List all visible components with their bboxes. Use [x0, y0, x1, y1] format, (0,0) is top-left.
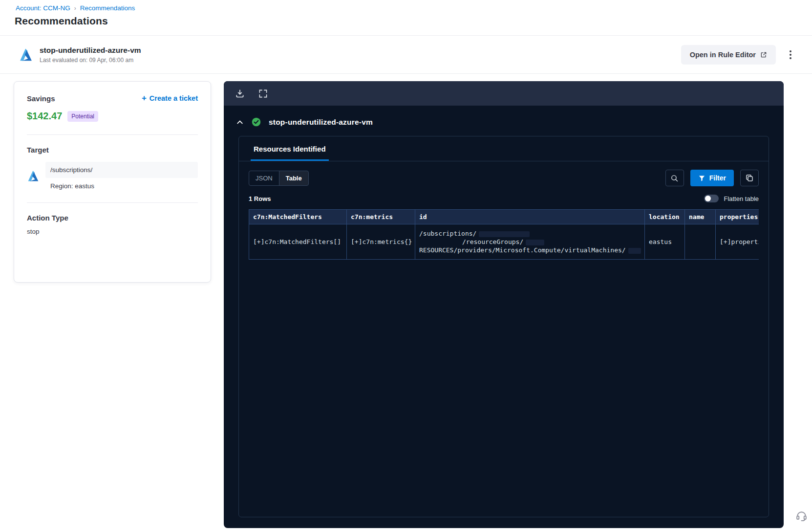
azure-target-icon	[27, 170, 40, 182]
flatten-table-label: Flatten table	[724, 195, 759, 202]
cell-properties-expander[interactable]: [+]properties{}	[716, 224, 759, 260]
resources-table-wrap: c7n:MatchedFilters c7n:metrics id locati…	[249, 209, 759, 260]
breadcrumb: Account: CCM-NG › Recommendations	[16, 4, 135, 12]
download-button[interactable]	[235, 88, 245, 98]
redacted-text	[628, 248, 641, 254]
breadcrumb-separator-icon: ›	[74, 5, 76, 12]
breadcrumb-account-link[interactable]: Account: CCM-NG	[16, 4, 70, 12]
copy-icon	[745, 174, 754, 182]
recommendation-name: stop-underutilized-azure-vm	[40, 46, 141, 55]
more-options-menu[interactable]	[787, 47, 794, 62]
filter-icon	[698, 175, 705, 182]
redacted-text	[479, 231, 530, 237]
action-type-label: Action Type	[27, 214, 198, 222]
redacted-text	[526, 240, 544, 245]
view-json-button[interactable]: JSON	[249, 171, 279, 185]
potential-badge: Potential	[67, 111, 98, 122]
create-ticket-label: Create a ticket	[150, 94, 198, 102]
headset-icon	[795, 509, 808, 522]
view-table-button[interactable]: Table	[279, 171, 308, 185]
filter-button[interactable]: Filter	[690, 170, 734, 186]
savings-label: Savings	[27, 94, 55, 103]
open-in-rule-editor-label: Open in Rule Editor	[690, 51, 756, 59]
target-region: Region: eastus	[45, 178, 198, 190]
recommendation-header: stop-underutilized-azure-vm Last evaluat…	[0, 36, 812, 74]
copy-button[interactable]	[740, 170, 759, 186]
open-in-rule-editor-button[interactable]: Open in Rule Editor	[681, 45, 776, 65]
row-count: 1 Rows	[249, 195, 271, 202]
cell-matched-filters-expander[interactable]: [+]c7n:MatchedFilters[]	[249, 224, 347, 260]
id-line-3: RESOURCES/providers/Microsoft.Compute/vi…	[419, 246, 626, 254]
download-icon	[235, 88, 245, 98]
target-label: Target	[27, 146, 198, 154]
table-header-row: c7n:MatchedFilters c7n:metrics id locati…	[249, 210, 759, 224]
divider	[27, 202, 198, 203]
panel-toolbar	[224, 81, 784, 106]
filter-label: Filter	[709, 174, 726, 182]
column-header-matched-filters: c7n:MatchedFilters	[249, 210, 347, 224]
fullscreen-button[interactable]	[258, 89, 268, 98]
column-header-location: location	[645, 210, 685, 224]
rule-result-title: stop-underutilized-azure-vm	[269, 118, 373, 127]
action-type-value: stop	[27, 228, 198, 235]
target-path: /subscriptions/	[45, 162, 198, 178]
id-line-2: /resourceGroups/	[462, 238, 523, 245]
cell-location: eastus	[645, 224, 685, 260]
table-row: [+]c7n:MatchedFilters[] [+]c7n:metrics{}…	[249, 224, 759, 260]
plus-icon: +	[142, 93, 147, 103]
column-header-metrics: c7n:metrics	[347, 210, 415, 224]
cell-id: /subscriptions/ /resourceGroups/ RESOURC…	[415, 224, 645, 260]
last-evaluated-text: Last evaluated on: 09 Apr, 06:00 am	[40, 57, 141, 64]
divider	[27, 134, 198, 135]
external-link-icon	[760, 51, 767, 58]
create-ticket-button[interactable]: + Create a ticket	[142, 93, 198, 103]
savings-amount: $142.47	[27, 111, 62, 122]
search-icon	[670, 174, 679, 182]
search-button[interactable]	[665, 170, 684, 186]
success-check-icon	[251, 117, 261, 127]
breadcrumb-recommendations-link[interactable]: Recommendations	[80, 4, 135, 12]
cell-metrics-expander[interactable]: [+]c7n:metrics{}	[347, 224, 415, 260]
flatten-table-toggle[interactable]	[704, 195, 719, 202]
cell-name	[685, 224, 716, 260]
resources-card: Resources Identified JSON Table Filter	[238, 136, 769, 517]
column-header-id: id	[415, 210, 645, 224]
column-header-properties: properties	[716, 210, 759, 224]
rule-output-panel: stop-underutilized-azure-vm Resources Id…	[224, 81, 784, 528]
page-title: Recommendations	[15, 15, 108, 27]
collapse-chevron-icon[interactable]	[236, 118, 244, 126]
id-line-1: /subscriptions/	[419, 230, 476, 237]
view-mode-segmented-control: JSON Table	[249, 171, 309, 186]
column-header-name: name	[685, 210, 716, 224]
fullscreen-icon	[258, 89, 268, 98]
tab-resources-identified[interactable]: Resources Identified	[251, 145, 329, 161]
azure-logo-icon	[19, 47, 33, 62]
savings-card: Savings + Create a ticket $142.47 Potent…	[14, 81, 211, 283]
resources-table: c7n:MatchedFilters c7n:metrics id locati…	[249, 209, 759, 260]
support-chat-button[interactable]	[795, 509, 808, 524]
